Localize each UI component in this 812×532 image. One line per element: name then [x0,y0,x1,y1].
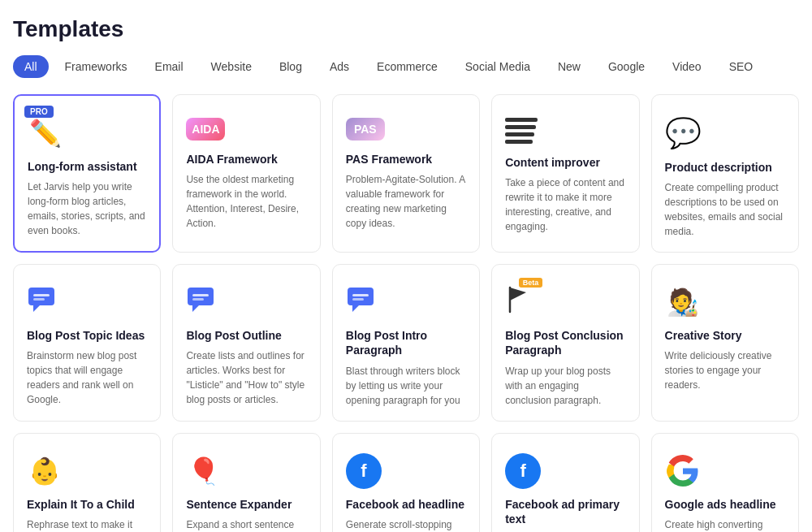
card-desc: Create compelling product descriptions t… [665,180,785,239]
card-title: Google ads headline [665,497,785,512]
svg-marker-13 [510,288,526,301]
template-card-content-improver[interactable]: Content improver Take a piece of content… [491,94,639,253]
card-desc: Rephrase text to make it [27,517,147,532]
filter-tab-ads[interactable]: Ads [318,55,361,78]
card-title: Facebook ad headline [346,497,466,512]
card-desc: Take a piece of content and rewrite it t… [505,175,625,234]
aida-icon: AIDA [186,118,225,141]
filter-tab-email[interactable]: Email [144,55,195,78]
template-card-pas-framework[interactable]: PAS PAS Framework Problem-Agitate-Soluti… [332,94,480,253]
template-card-facebook-ad-primary-text[interactable]: f Facebook ad primary text [491,433,639,532]
pen-icon: ✏️ [28,115,63,151]
facebook-icon: f [505,453,541,489]
lines-icon [505,118,625,144]
card-desc: Use the oldest marketing framework in th… [186,172,306,231]
monkey-icon: 🧑‍🎨 [665,284,701,320]
card-desc: Write deliciously creative stories to en… [665,348,785,392]
svg-rect-3 [33,298,45,301]
baby-icon: 👶 [27,453,63,489]
google-icon [665,453,701,489]
template-card-creative-story[interactable]: 🧑‍🎨 Creative Story Write deliciously cre… [651,264,799,421]
filter-tab-seo[interactable]: SEO [718,55,765,78]
card-title: Creative Story [665,328,785,343]
card-desc: Expand a short sentence [186,517,306,532]
card-desc: Create lists and outlines for articles. … [186,348,306,407]
svg-rect-7 [192,298,204,301]
card-title: Product description [665,160,785,175]
card-title: Content improver [505,155,625,170]
template-card-explain-it-to-a-child[interactable]: 👶 Explain It To a Child Rephrase text to… [13,433,161,532]
svg-rect-10 [352,294,369,296]
template-card-product-description[interactable]: 💬 Product description Create compelling … [651,94,799,253]
template-card-aida-framework[interactable]: AIDA AIDA Framework Use the oldest marke… [172,94,320,253]
chat-icon [346,284,466,320]
card-title: Blog Post Conclusion Paragraph [505,328,625,357]
card-title: Facebook ad primary text [505,497,625,526]
card-desc: Problem-Agitate-Solution. A valuable fra… [346,172,466,231]
flag-icon: Beta [505,284,534,320]
card-desc: Generate scroll-stopping [346,517,466,532]
page-title: Templates [13,16,799,42]
template-card-blog-post-topic-ideas[interactable]: Blog Post Topic Ideas Brainstorm new blo… [13,264,161,421]
card-desc: Wrap up your blog posts with an engaging… [505,364,625,408]
chat-icon [27,284,147,320]
card-title: Long-form assistant [28,159,146,174]
pas-icon: PAS [346,118,385,141]
filter-tab-website[interactable]: Website [200,55,263,78]
pro-badge: PRO [24,106,54,118]
svg-marker-1 [33,305,40,312]
card-title: Explain It To a Child [27,497,147,512]
svg-rect-11 [352,298,364,301]
filter-tab-google[interactable]: Google [597,55,656,78]
card-desc: Let Jarvis help you write long-form blog… [28,179,146,238]
svg-marker-9 [352,305,359,312]
filter-tab-social-media[interactable]: Social Media [454,55,542,78]
card-desc: Create high converting [665,517,785,532]
template-card-long-form-assistant[interactable]: PRO ✏️ Long-form assistant Let Jarvis he… [13,94,161,253]
template-card-facebook-ad-headline[interactable]: f Facebook ad headline Generate scroll-s… [332,433,480,532]
card-title: AIDA Framework [186,152,306,167]
balloon-icon: 🎈 [186,453,222,489]
filter-tab-frameworks[interactable]: Frameworks [54,55,139,78]
facebook-icon: f [346,453,382,489]
filter-tab-blog[interactable]: Blog [268,55,313,78]
templates-grid: PRO ✏️ Long-form assistant Let Jarvis he… [13,94,799,532]
card-desc: Brainstorm new blog post topics that wil… [27,348,147,407]
card-title: Blog Post Intro Paragraph [346,328,466,357]
card-title: PAS Framework [346,152,466,167]
svg-rect-2 [33,294,50,296]
template-card-google-ads-headline[interactable]: Google ads headline Create high converti… [651,433,799,532]
speech-icon: 💬 [665,116,785,150]
filter-tab-new[interactable]: New [546,55,592,78]
card-title: Blog Post Topic Ideas [27,328,147,343]
template-card-blog-post-conclusion-paragraph[interactable]: Beta Blog Post Conclusion Paragraph Wrap… [491,264,639,421]
filter-tab-all[interactable]: All [13,55,49,78]
card-title: Sentence Expander [186,497,306,512]
filter-tabs: AllFrameworksEmailWebsiteBlogAdsEcommerc… [13,55,799,78]
template-card-blog-post-outline[interactable]: Blog Post Outline Create lists and outli… [172,264,320,421]
filter-tab-ecommerce[interactable]: Ecommerce [365,55,449,78]
svg-marker-5 [192,305,199,312]
card-desc: Blast through writers block by letting u… [346,364,466,408]
chat-icon [186,284,306,320]
filter-tab-video[interactable]: Video [661,55,713,78]
template-card-blog-post-intro-paragraph[interactable]: Blog Post Intro Paragraph Blast through … [332,264,480,421]
svg-rect-6 [192,294,209,296]
template-card-sentence-expander[interactable]: 🎈 Sentence Expander Expand a short sente… [172,433,320,532]
card-title: Blog Post Outline [186,328,306,343]
